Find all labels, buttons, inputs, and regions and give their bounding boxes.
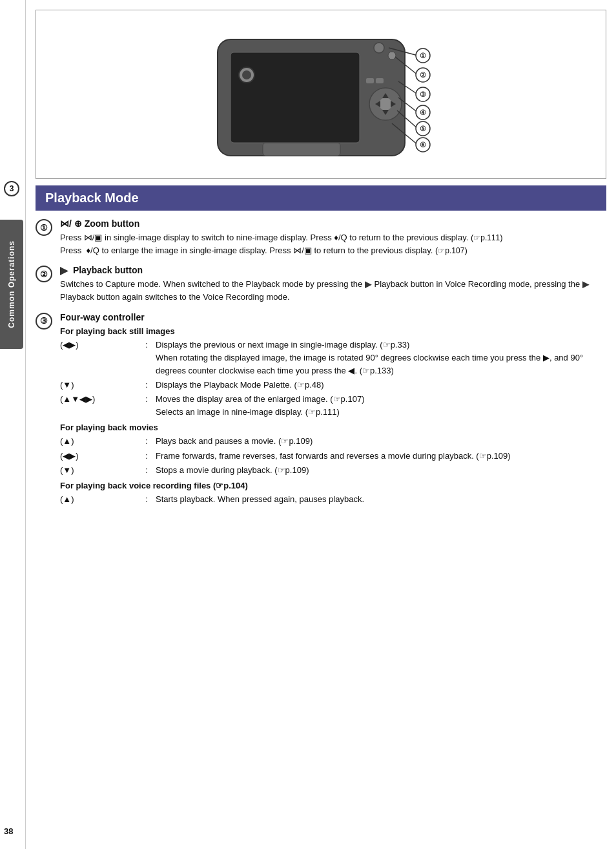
still-key-2: (▼)	[60, 379, 138, 392]
for-movies-label: For playing back movies	[60, 423, 606, 432]
svg-text:③: ③	[420, 90, 426, 98]
item-text-playback: Switches to Capture mode. When switched …	[60, 278, 606, 304]
playback-button-label: Playback button	[73, 265, 143, 275]
item-fourway: ③ Four-way controller For playing back s…	[36, 312, 606, 508]
camera-svg: ① ② ③ ④ ⑤ ⑥	[198, 23, 444, 165]
still-val-2: Displays the Playback Mode Palette. (☞p.…	[156, 379, 606, 392]
movie-key-1: (▲)	[60, 435, 138, 448]
svg-text:⑤: ⑤	[420, 125, 426, 132]
svg-point-4	[374, 43, 384, 53]
item-body-playback: Playback button Switches to Capture mode…	[60, 265, 606, 304]
movie-val-1: Plays back and pauses a movie. (☞p.109)	[156, 435, 606, 448]
svg-text:⑥: ⑥	[420, 141, 426, 149]
item-zoom: ① ⋈/ ⊕ Zoom button Press ⋈/▣ in single-i…	[36, 218, 606, 257]
item-title-playback: Playback button	[60, 265, 606, 275]
svg-point-7	[379, 98, 392, 110]
camera-diagram-section: ① ② ③ ④ ⑤ ⑥	[36, 10, 606, 179]
still-key-3: (▲▼◀▶)	[60, 393, 138, 419]
still-key-1: (◀▶)	[60, 339, 138, 377]
item-num-1: ①	[36, 219, 52, 236]
playback-icon-inline2	[582, 281, 590, 288]
svg-point-3	[242, 70, 251, 79]
playback-triangle-icon	[60, 267, 68, 275]
sidebar-tab: Common Operations	[0, 220, 23, 349]
main-content: ① ② ③ ④ ⑤ ⑥ Playback Mode ① ⋈/	[26, 0, 616, 849]
content-area: ① ⋈/ ⊕ Zoom button Press ⋈/▣ in single-i…	[26, 218, 616, 849]
voice-key-1: (▲)	[60, 493, 138, 506]
voice-table: (▲) : Starts playback. When pressed agai…	[60, 493, 606, 506]
svg-point-5	[388, 52, 396, 59]
voice-val-1: Starts playback. When pressed again, pau…	[156, 493, 606, 506]
for-still-label: For playing back still images	[60, 326, 606, 336]
camera-diagram: ① ② ③ ④ ⑤ ⑥	[198, 23, 444, 165]
svg-text:①: ①	[420, 52, 426, 59]
section-title: Playback Mode	[45, 191, 139, 205]
movie-val-2: Frame forwards, frame reverses, fast for…	[156, 450, 606, 463]
page-number: 38	[4, 826, 13, 836]
svg-rect-1	[231, 52, 360, 143]
item-title-zoom: ⋈/ ⊕ Zoom button	[60, 218, 606, 229]
svg-rect-13	[376, 78, 384, 83]
item-title-fourway: Four-way controller	[60, 312, 606, 322]
svg-rect-12	[366, 78, 374, 83]
item-num-2: ②	[36, 266, 52, 282]
section-header: Playback Mode	[36, 185, 606, 211]
item-body-zoom: ⋈/ ⊕ Zoom button Press ⋈/▣ in single-ima…	[60, 218, 606, 257]
item-text-zoom-1: Press ⋈/▣ in single-image display to swi…	[60, 231, 606, 244]
sidebar: 3 Common Operations 38	[0, 0, 26, 849]
still-val-1: Displays the previous or next image in s…	[156, 339, 606, 377]
movie-key-3: (▼)	[60, 464, 138, 477]
item-text-zoom-2: Press ♦/Q to enlarge the image in single…	[60, 244, 606, 257]
for-voice-label: For playing back voice recording files (…	[60, 481, 606, 490]
item-playback: ② Playback button Switches to Capture mo…	[36, 265, 606, 304]
still-val-3: Moves the display area of the enlarged i…	[156, 393, 606, 419]
movies-table: (▲) : Plays back and pauses a movie. (☞p…	[60, 435, 606, 476]
item-body-fourway: Four-way controller For playing back sti…	[60, 312, 606, 508]
movie-key-2: (◀▶)	[60, 450, 138, 463]
sidebar-chapter-number: 3	[4, 181, 19, 196]
sidebar-tab-label: Common Operations	[7, 240, 16, 328]
svg-text:④: ④	[420, 109, 426, 116]
item-num-3: ③	[36, 313, 52, 330]
playback-icon-inline	[365, 281, 372, 288]
svg-rect-14	[263, 143, 340, 156]
movie-val-3: Stops a movie during playback. (☞p.109)	[156, 464, 606, 477]
still-table: (◀▶) : Displays the previous or next ima…	[60, 339, 606, 419]
svg-text:②: ②	[420, 71, 426, 79]
